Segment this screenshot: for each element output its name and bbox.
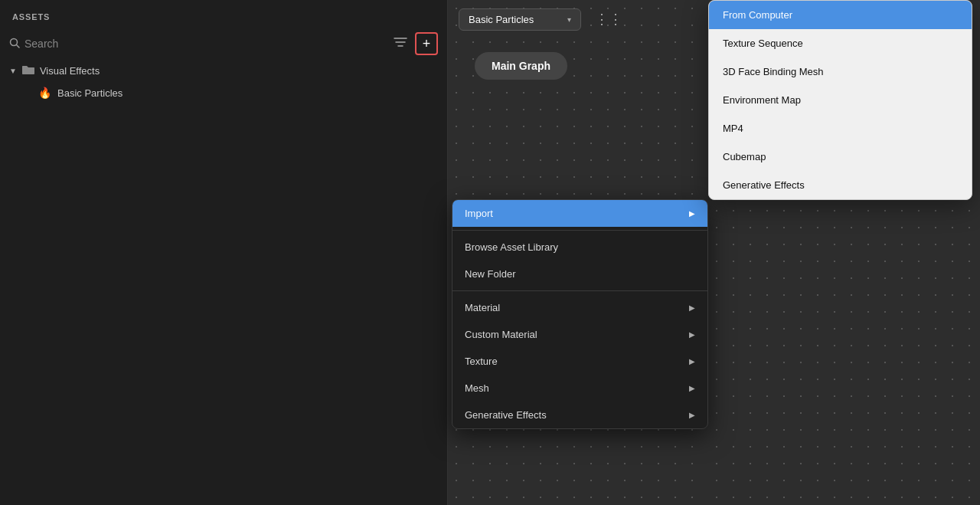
arrow-icon: ▶	[689, 303, 695, 312]
dropdown-value: Basic Particles	[469, 14, 534, 25]
menu-item-material[interactable]: Material ▶	[452, 294, 707, 321]
new-folder-label: New Folder	[465, 268, 515, 280]
cubemap-label: Cubemap	[723, 151, 766, 162]
face-binding-label: 3D Face Binding Mesh	[723, 66, 824, 77]
folder-icon	[21, 64, 35, 77]
menu-icon-button[interactable]: ⋮⋮	[589, 8, 629, 31]
add-button[interactable]: +	[415, 32, 438, 55]
menu-item-new-folder[interactable]: New Folder	[452, 261, 707, 287]
menu-item-browse-asset-library[interactable]: Browse Asset Library	[452, 234, 707, 261]
arrow-icon: ▶	[689, 330, 695, 339]
filter-button[interactable]	[390, 35, 410, 52]
particle-label: Basic Particles	[57, 87, 122, 99]
environment-map-label: Environment Map	[723, 94, 801, 106]
secondary-item-texture-sequence[interactable]: Texture Sequence	[709, 29, 972, 57]
top-bar: Basic Particles ▾ ⋮⋮	[448, 0, 712, 38]
generative-effects-label: Generative Effects	[465, 409, 547, 421]
menu-divider-1	[452, 230, 707, 231]
arrow-icon: ▶	[689, 209, 695, 218]
folder-label: Visual Effects	[40, 65, 100, 77]
generative-effects-secondary-label: Generative Effects	[723, 179, 805, 191]
context-menu-secondary: From Computer Texture Sequence 3D Face B…	[708, 0, 972, 200]
texture-label: Texture	[465, 356, 498, 367]
custom-material-label: Custom Material	[465, 329, 537, 340]
search-label: Search	[24, 38, 58, 50]
import-label: Import	[465, 208, 493, 219]
secondary-item-from-computer[interactable]: From Computer	[709, 1, 972, 29]
texture-sequence-label: Texture Sequence	[723, 38, 803, 49]
folder-visual-effects[interactable]: ▼ Visual Effects	[0, 60, 447, 82]
mp4-label: MP4	[723, 123, 743, 134]
search-actions: +	[390, 32, 438, 55]
menu-item-texture[interactable]: Texture ▶	[452, 348, 707, 375]
secondary-item-mp4[interactable]: MP4	[709, 114, 972, 143]
secondary-item-cubemap[interactable]: Cubemap	[709, 143, 972, 171]
context-menu-primary: Import ▶ Browse Asset Library New Folder…	[452, 199, 708, 429]
menu-item-mesh[interactable]: Mesh ▶	[452, 375, 707, 402]
search-area[interactable]: Search	[9, 38, 384, 51]
secondary-item-generative-effects[interactable]: Generative Effects	[709, 171, 972, 199]
browse-label: Browse Asset Library	[465, 241, 558, 253]
material-label: Material	[465, 302, 500, 313]
main-graph-button[interactable]: Main Graph	[475, 52, 567, 80]
particles-dropdown[interactable]: Basic Particles ▾	[459, 8, 581, 31]
fire-icon: 🔥	[38, 87, 51, 99]
secondary-item-3d-face-binding-mesh[interactable]: 3D Face Binding Mesh	[709, 57, 972, 86]
chevron-down-icon: ▾	[567, 15, 571, 24]
mesh-label: Mesh	[465, 382, 489, 394]
search-row: Search +	[0, 28, 447, 60]
menu-divider-2	[452, 290, 707, 291]
search-icon	[9, 38, 20, 51]
chevron-down-icon: ▼	[9, 67, 17, 75]
arrow-icon: ▶	[689, 384, 695, 392]
menu-item-generative-effects[interactable]: Generative Effects ▶	[452, 402, 707, 428]
secondary-item-environment-map[interactable]: Environment Map	[709, 86, 972, 114]
left-panel: ASSETS Search + ▼	[0, 0, 448, 505]
from-computer-label: From Computer	[723, 9, 792, 21]
arrow-icon: ▶	[689, 357, 695, 366]
menu-item-custom-material[interactable]: Custom Material ▶	[452, 321, 707, 348]
menu-item-import[interactable]: Import ▶	[452, 200, 707, 227]
arrow-icon: ▶	[689, 411, 695, 419]
svg-line-1	[17, 44, 20, 48]
tree-item-basic-particles[interactable]: 🔥 Basic Particles	[0, 82, 447, 103]
assets-heading: ASSETS	[0, 0, 447, 28]
